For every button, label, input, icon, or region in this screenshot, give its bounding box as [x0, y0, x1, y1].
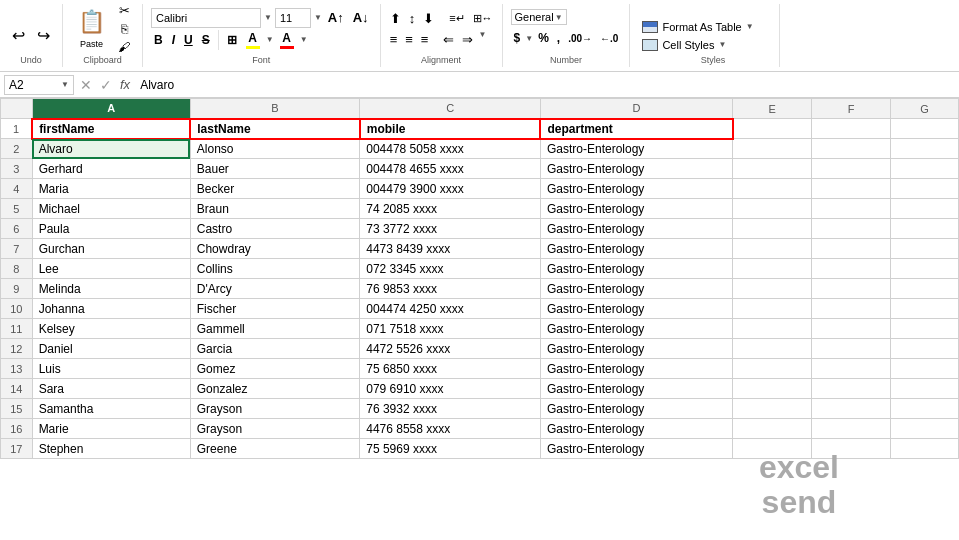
cell-d8[interactable]: Gastro-Enterology	[540, 259, 732, 279]
cell-a12[interactable]: Daniel	[32, 339, 190, 359]
cell-e5[interactable]	[733, 199, 812, 219]
cell-e8[interactable]	[733, 259, 812, 279]
comma-button[interactable]: ,	[554, 28, 563, 48]
col-header-e[interactable]: E	[733, 99, 812, 119]
redo-button[interactable]: ↪	[33, 24, 54, 47]
cell-g17[interactable]	[891, 439, 959, 459]
cell-c6[interactable]: 73 3772 xxxx	[360, 219, 541, 239]
cell-f12[interactable]	[812, 339, 891, 359]
cell-c5[interactable]: 74 2085 xxxx	[360, 199, 541, 219]
font-size-chevron[interactable]: ▼	[314, 13, 322, 22]
format-as-table-item[interactable]: Format As Table ▼	[638, 19, 771, 35]
cell-styles-item[interactable]: Cell Styles ▼	[638, 37, 771, 53]
cell-b7[interactable]: Chowdray	[190, 239, 359, 259]
font-color-chevron[interactable]: ▼	[300, 35, 308, 44]
currency-button[interactable]: $	[511, 28, 524, 48]
cell-c3[interactable]: 004478 4655 xxxx	[360, 159, 541, 179]
undo-button[interactable]: ↩	[8, 24, 29, 47]
cell-c1[interactable]: mobile	[360, 119, 541, 139]
cell-g8[interactable]	[891, 259, 959, 279]
cell-b8[interactable]: Collins	[190, 259, 359, 279]
cell-c12[interactable]: 4472 5526 xxxx	[360, 339, 541, 359]
cell-b6[interactable]: Castro	[190, 219, 359, 239]
cell-b10[interactable]: Fischer	[190, 299, 359, 319]
merge-chevron[interactable]: ▼	[478, 30, 486, 49]
borders-button[interactable]: ⊞	[224, 30, 240, 50]
align-top-button[interactable]: ⬆	[387, 9, 404, 28]
cell-g11[interactable]	[891, 319, 959, 339]
cell-c4[interactable]: 004479 3900 xxxx	[360, 179, 541, 199]
cut-button[interactable]: ✂	[115, 2, 133, 19]
cell-a5[interactable]: Michael	[32, 199, 190, 219]
cell-g3[interactable]	[891, 159, 959, 179]
cell-d6[interactable]: Gastro-Enterology	[540, 219, 732, 239]
cell-d15[interactable]: Gastro-Enterology	[540, 399, 732, 419]
cell-d3[interactable]: Gastro-Enterology	[540, 159, 732, 179]
cell-reference-box[interactable]: A2 ▼	[4, 75, 74, 95]
cell-d17[interactable]: Gastro-Enterology	[540, 439, 732, 459]
cell-a4[interactable]: Maria	[32, 179, 190, 199]
cell-e15[interactable]	[733, 399, 812, 419]
cell-d12[interactable]: Gastro-Enterology	[540, 339, 732, 359]
decrease-decimal-button[interactable]: ←.0	[597, 28, 621, 48]
cell-b2[interactable]: Alonso	[190, 139, 359, 159]
cell-g5[interactable]	[891, 199, 959, 219]
cell-f14[interactable]	[812, 379, 891, 399]
strikethrough-button[interactable]: S	[199, 30, 213, 50]
cell-c11[interactable]: 071 7518 xxxx	[360, 319, 541, 339]
cell-d16[interactable]: Gastro-Enterology	[540, 419, 732, 439]
cell-a1[interactable]: firstName	[32, 119, 190, 139]
cell-c17[interactable]: 75 5969 xxxx	[360, 439, 541, 459]
cell-e14[interactable]	[733, 379, 812, 399]
cell-e4[interactable]	[733, 179, 812, 199]
cell-d4[interactable]: Gastro-Enterology	[540, 179, 732, 199]
cell-b17[interactable]: Greene	[190, 439, 359, 459]
cell-e2[interactable]	[733, 139, 812, 159]
cell-d7[interactable]: Gastro-Enterology	[540, 239, 732, 259]
cell-a8[interactable]: Lee	[32, 259, 190, 279]
cell-g15[interactable]	[891, 399, 959, 419]
cell-e7[interactable]	[733, 239, 812, 259]
number-format-box[interactable]: General ▼	[511, 9, 567, 25]
cell-d14[interactable]: Gastro-Enterology	[540, 379, 732, 399]
font-size-input[interactable]	[275, 8, 311, 28]
cell-e10[interactable]	[733, 299, 812, 319]
cell-b16[interactable]: Grayson	[190, 419, 359, 439]
cell-f5[interactable]	[812, 199, 891, 219]
cell-d2[interactable]: Gastro-Enterology	[540, 139, 732, 159]
cell-c9[interactable]: 76 9853 xxxx	[360, 279, 541, 299]
cell-e11[interactable]	[733, 319, 812, 339]
col-header-f[interactable]: F	[812, 99, 891, 119]
cell-a6[interactable]: Paula	[32, 219, 190, 239]
cell-f13[interactable]	[812, 359, 891, 379]
cell-b15[interactable]: Grayson	[190, 399, 359, 419]
cell-g2[interactable]	[891, 139, 959, 159]
cell-g16[interactable]	[891, 419, 959, 439]
formula-cancel-icon[interactable]: ✕	[80, 77, 92, 93]
cell-c7[interactable]: 4473 8439 xxxx	[360, 239, 541, 259]
cell-c2[interactable]: 004478 5058 xxxx	[360, 139, 541, 159]
cell-d9[interactable]: Gastro-Enterology	[540, 279, 732, 299]
cell-b4[interactable]: Becker	[190, 179, 359, 199]
fill-color-button[interactable]: A	[243, 30, 263, 50]
cell-ref-chevron[interactable]: ▼	[61, 80, 69, 89]
cell-c16[interactable]: 4476 8558 xxxx	[360, 419, 541, 439]
cell-a11[interactable]: Kelsey	[32, 319, 190, 339]
cell-f8[interactable]	[812, 259, 891, 279]
cell-g14[interactable]	[891, 379, 959, 399]
format-as-table-chevron[interactable]: ▼	[746, 22, 754, 31]
cell-a7[interactable]: Gurchan	[32, 239, 190, 259]
percent-button[interactable]: %	[535, 28, 552, 48]
cell-a16[interactable]: Marie	[32, 419, 190, 439]
indent-decrease-button[interactable]: ⇐	[440, 30, 457, 49]
cell-f7[interactable]	[812, 239, 891, 259]
cell-g9[interactable]	[891, 279, 959, 299]
col-header-d[interactable]: D	[540, 99, 732, 119]
cell-d5[interactable]: Gastro-Enterology	[540, 199, 732, 219]
cell-e12[interactable]	[733, 339, 812, 359]
cell-e16[interactable]	[733, 419, 812, 439]
font-name-input[interactable]	[151, 8, 261, 28]
cell-b11[interactable]: Gammell	[190, 319, 359, 339]
cell-a15[interactable]: Samantha	[32, 399, 190, 419]
format-painter-button[interactable]: 🖌	[115, 39, 133, 55]
